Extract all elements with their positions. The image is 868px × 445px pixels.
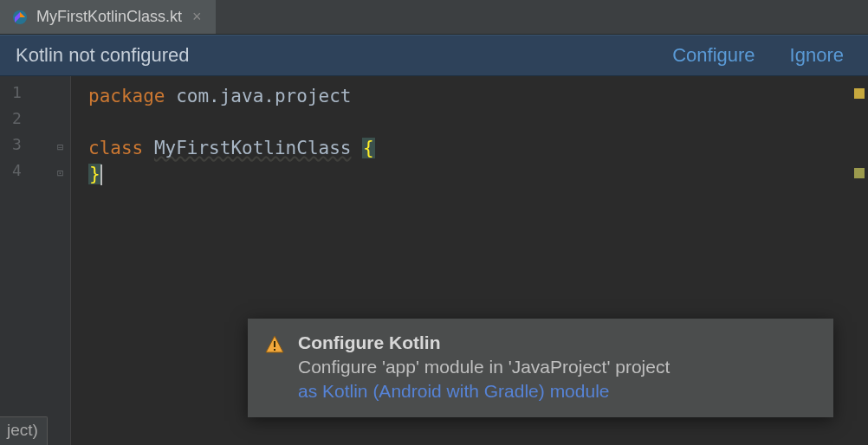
code-line: class MyFirstKotlinClass { bbox=[88, 135, 868, 161]
banner-actions: Configure Ignore bbox=[672, 44, 844, 67]
fold-start-icon[interactable]: ⊟ bbox=[57, 142, 68, 152]
configure-link[interactable]: Configure bbox=[672, 44, 755, 67]
notification-banner: Kotlin not configured Configure Ignore bbox=[0, 35, 868, 76]
popup-title: Configure Kotlin bbox=[298, 332, 670, 353]
close-icon[interactable]: × bbox=[191, 8, 204, 26]
marker-strip bbox=[852, 76, 865, 445]
file-tab-label: MyFirstKotlinClass.kt bbox=[36, 8, 182, 26]
file-tab[interactable]: MyFirstKotlinClass.kt × bbox=[0, 0, 216, 34]
popup-action-link[interactable]: as Kotlin (Android with Gradle) module bbox=[298, 381, 670, 402]
line-number: 4 ⊡ bbox=[0, 161, 70, 187]
tab-bar: MyFirstKotlinClass.kt × bbox=[0, 0, 868, 35]
warning-icon bbox=[265, 335, 284, 354]
svg-rect-2 bbox=[274, 349, 275, 351]
brace-open: { bbox=[362, 138, 375, 158]
code-line: package com.java.project bbox=[88, 83, 868, 109]
line-number: 2 bbox=[0, 109, 70, 135]
gutter: 1 2 3 ⊟ 4 ⊡ bbox=[0, 76, 71, 445]
code-line: } bbox=[88, 161, 868, 187]
svg-rect-1 bbox=[274, 341, 275, 347]
code-line bbox=[88, 109, 868, 135]
popup-body: Configure Kotlin Configure 'app' module … bbox=[298, 332, 670, 402]
intention-popup[interactable]: Configure Kotlin Configure 'app' module … bbox=[248, 319, 833, 417]
banner-message: Kotlin not configured bbox=[16, 44, 190, 67]
line-number: 3 ⊟ bbox=[0, 135, 70, 161]
brace-close: } bbox=[88, 164, 101, 184]
line-number: 1 bbox=[0, 83, 70, 109]
text-cursor bbox=[100, 164, 102, 185]
fold-end-icon[interactable]: ⊡ bbox=[57, 168, 68, 178]
warning-marker[interactable] bbox=[854, 88, 865, 99]
popup-description: Configure 'app' module in 'JavaProject' … bbox=[298, 357, 670, 377]
ignore-link[interactable]: Ignore bbox=[790, 44, 844, 67]
inspection-marker[interactable] bbox=[854, 168, 865, 178]
truncated-panel-label: ject) bbox=[0, 416, 48, 445]
kotlin-file-icon bbox=[12, 10, 28, 25]
